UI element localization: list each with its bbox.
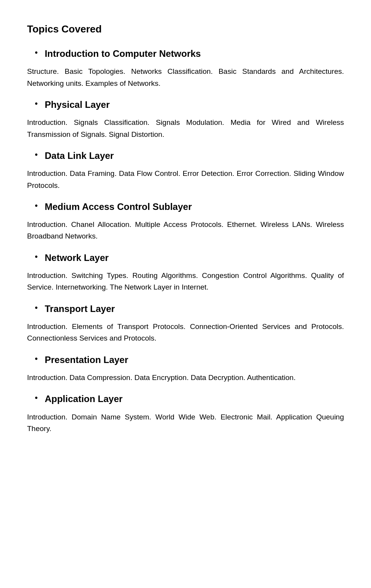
bullet-dot-data-link-layer: • [35,149,38,161]
section-mac-sublayer: •Medium Access Control SublayerIntroduct… [27,201,344,242]
bullet-dot-intro: • [35,47,38,59]
heading-transport-layer: Transport Layer [45,303,115,315]
bullet-dot-physical-layer: • [35,98,38,110]
body-application-layer: Introduction. Domain Name System. World … [27,411,344,435]
body-physical-layer: Introduction. Signals Classification. Si… [27,117,344,140]
heading-presentation-layer: Presentation Layer [45,354,128,366]
bullet-dot-mac-sublayer: • [35,200,38,212]
bullet-dot-transport-layer: • [35,302,38,314]
bullet-dot-presentation-layer: • [35,353,38,365]
body-network-layer: Introduction. Switching Types. Routing A… [27,270,344,293]
bullet-intro: • Introduction to Computer Networks [35,48,344,60]
heading-network-layer: Network Layer [45,252,109,264]
bullet-physical-layer: •Physical Layer [35,99,344,111]
heading-application-layer: Application Layer [45,393,123,405]
page-title: Topics Covered [27,23,344,35]
bullet-presentation-layer: •Presentation Layer [35,354,344,366]
body-transport-layer: Introduction. Elements of Transport Prot… [27,321,344,344]
bullet-transport-layer: •Transport Layer [35,303,344,315]
section-transport-layer: •Transport LayerIntroduction. Elements o… [27,303,344,344]
heading-physical-layer: Physical Layer [45,99,110,111]
heading-mac-sublayer: Medium Access Control Sublayer [45,201,192,213]
section-data-link-layer: •Data Link LayerIntroduction. Data Frami… [27,150,344,191]
bullet-application-layer: •Application Layer [35,393,344,405]
section-presentation-layer: •Presentation LayerIntroduction. Data Co… [27,354,344,384]
intro-heading: Introduction to Computer Networks [45,48,201,60]
sections-container: •Physical LayerIntroduction. Signals Cla… [27,99,344,435]
bullet-dot-application-layer: • [35,392,38,404]
page-container: Topics Covered • Introduction to Compute… [0,0,371,588]
body-data-link-layer: Introduction. Data Framing. Data Flow Co… [27,168,344,191]
body-mac-sublayer: Introduction. Chanel Allocation. Multipl… [27,219,344,242]
intro-body: Structure. Basic Topologies. Networks Cl… [27,66,344,89]
body-presentation-layer: Introduction. Data Compression. Data Enc… [27,372,344,383]
bullet-mac-sublayer: •Medium Access Control Sublayer [35,201,344,213]
section-application-layer: •Application LayerIntroduction. Domain N… [27,393,344,435]
bullet-network-layer: •Network Layer [35,252,344,264]
section-physical-layer: •Physical LayerIntroduction. Signals Cla… [27,99,344,140]
section-network-layer: •Network LayerIntroduction. Switching Ty… [27,252,344,293]
bullet-data-link-layer: •Data Link Layer [35,150,344,162]
section-intro: • Introduction to Computer Networks Stru… [27,48,344,89]
bullet-dot-network-layer: • [35,251,38,263]
heading-data-link-layer: Data Link Layer [45,150,114,162]
